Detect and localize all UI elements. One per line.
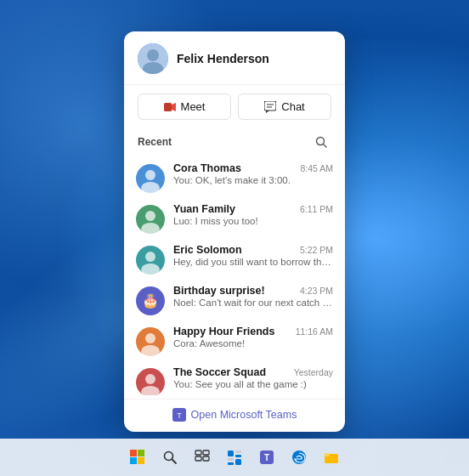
svg-rect-39 xyxy=(195,450,201,455)
convo-name: Happy Hour Friends xyxy=(173,326,274,337)
conversation-list: Cora Thomas 8:45 AM You: OK, let's make … xyxy=(124,157,345,395)
svg-point-12 xyxy=(145,170,155,180)
file-explorer-icon xyxy=(324,450,339,465)
open-teams-button[interactable]: T Open Microsoft Teams xyxy=(124,399,345,425)
recent-label: Recent xyxy=(138,136,172,148)
convo-content: Cora Thomas 8:45 AM You: OK, let's make … xyxy=(173,162,333,185)
convo-message: You: See you all at the game :) xyxy=(173,379,333,389)
edge-icon xyxy=(291,450,307,465)
action-buttons: Meet Chat xyxy=(124,85,345,128)
taskbar: T xyxy=(0,439,469,476)
convo-time: 4:23 PM xyxy=(300,286,333,296)
svg-rect-35 xyxy=(130,457,137,464)
convo-time: 8:45 AM xyxy=(300,163,333,173)
convo-top: Yuan Family 6:11 PM xyxy=(173,203,333,215)
convo-top: Cora Thomas 8:45 AM xyxy=(173,162,333,174)
search-recent-button[interactable] xyxy=(311,132,331,152)
svg-line-38 xyxy=(172,460,177,464)
svg-rect-33 xyxy=(130,450,137,456)
windows-icon xyxy=(130,450,145,465)
svg-rect-48 xyxy=(228,462,234,465)
svg-rect-44 xyxy=(235,450,241,453)
svg-rect-5 xyxy=(264,101,276,110)
svg-marker-4 xyxy=(172,103,176,111)
svg-point-26 xyxy=(145,374,155,384)
conversation-item[interactable]: Cora Thomas 8:45 AM You: OK, let's make … xyxy=(124,157,345,198)
convo-content: Eric Solomon 5:22 PM Hey, did you still … xyxy=(173,244,333,267)
convo-top: Happy Hour Friends 11:16 AM xyxy=(173,326,333,337)
convo-name: The Soccer Squad xyxy=(173,366,266,378)
panel-header: Felix Henderson xyxy=(124,31,345,85)
convo-name: Birthday surprise! xyxy=(173,285,265,297)
svg-rect-45 xyxy=(235,455,241,457)
convo-time: 6:11 PM xyxy=(300,204,333,214)
convo-name: Eric Solomon xyxy=(173,244,242,256)
convo-time: 5:22 PM xyxy=(300,245,333,255)
svg-rect-40 xyxy=(203,450,209,455)
convo-time: 11:16 AM xyxy=(296,326,333,337)
meet-button[interactable]: Meet xyxy=(138,94,231,120)
search-icon xyxy=(315,136,327,148)
teams-taskbar-icon: T xyxy=(259,450,274,465)
svg-point-23 xyxy=(145,333,155,343)
convo-top: Birthday surprise! 4:23 PM xyxy=(173,285,333,297)
svg-rect-47 xyxy=(235,459,241,465)
convo-content: Happy Hour Friends 11:16 AM Cora: Awesom… xyxy=(173,326,333,348)
convo-message: Luo: I miss you too! xyxy=(173,216,333,226)
convo-top: Eric Solomon 5:22 PM xyxy=(173,244,333,256)
svg-text:🎂: 🎂 xyxy=(142,292,159,309)
svg-rect-41 xyxy=(195,456,201,461)
convo-avatar xyxy=(136,327,165,356)
recent-section-header: Recent xyxy=(124,128,345,157)
svg-rect-3 xyxy=(164,103,172,111)
open-teams-label: Open Microsoft Teams xyxy=(191,409,297,421)
convo-message: You: OK, let's make it 3:00. xyxy=(173,175,333,185)
widgets-icon xyxy=(227,450,242,465)
svg-rect-43 xyxy=(228,450,234,456)
convo-avatar xyxy=(136,246,165,275)
svg-text:T: T xyxy=(177,411,182,420)
svg-rect-34 xyxy=(138,450,144,456)
conversation-item[interactable]: Eric Solomon 5:22 PM Hey, did you still … xyxy=(124,239,345,280)
svg-point-15 xyxy=(145,211,155,221)
video-icon xyxy=(164,101,176,113)
convo-avatar xyxy=(136,368,165,395)
chat-panel: Felix Henderson Meet Chat Recent xyxy=(124,31,345,432)
taskbar-search[interactable] xyxy=(156,444,184,471)
convo-avatar xyxy=(136,205,165,234)
svg-point-1 xyxy=(147,49,159,61)
conversation-item[interactable]: 🎂 Birthday surprise! 4:23 PM Noel: Can't… xyxy=(124,280,345,320)
convo-avatar xyxy=(136,164,165,193)
svg-text:T: T xyxy=(264,453,269,462)
convo-name: Yuan Family xyxy=(173,203,235,215)
taskbar-windows-start[interactable] xyxy=(124,444,151,471)
taskbar-teams-chat[interactable]: T xyxy=(253,444,280,471)
svg-line-10 xyxy=(324,144,327,148)
svg-point-18 xyxy=(145,252,155,262)
convo-message: Cora: Awesome! xyxy=(173,338,333,348)
teams-icon: T xyxy=(172,408,186,422)
convo-content: Birthday surprise! 4:23 PM Noel: Can't w… xyxy=(173,285,333,308)
chat-button[interactable]: Chat xyxy=(238,94,331,120)
conversation-item[interactable]: Yuan Family 6:11 PM Luo: I miss you too! xyxy=(124,198,345,239)
convo-time: Yesterday xyxy=(294,367,333,377)
conversation-item[interactable]: Happy Hour Friends 11:16 AM Cora: Awesom… xyxy=(124,320,345,361)
user-avatar xyxy=(138,43,168,74)
taskbar-file-explorer[interactable] xyxy=(318,444,345,471)
convo-top: The Soccer Squad Yesterday xyxy=(173,366,333,378)
taskbar-edge[interactable] xyxy=(285,444,313,471)
svg-rect-46 xyxy=(228,458,234,461)
search-taskbar-icon xyxy=(162,450,178,465)
convo-name: Cora Thomas xyxy=(173,162,241,174)
taskbar-task-view[interactable] xyxy=(189,444,216,471)
svg-rect-53 xyxy=(325,453,330,456)
convo-content: Yuan Family 6:11 PM Luo: I miss you too! xyxy=(173,203,333,226)
svg-rect-42 xyxy=(203,456,209,461)
convo-message: Noel: Can't wait for our next catch up! xyxy=(173,298,333,308)
conversation-item[interactable]: The Soccer Squad Yesterday You: See you … xyxy=(124,361,345,395)
taskbar-widgets[interactable] xyxy=(221,444,248,471)
user-name: Felix Henderson xyxy=(177,52,269,65)
convo-content: The Soccer Squad Yesterday You: See you … xyxy=(173,366,333,389)
svg-rect-36 xyxy=(138,457,144,464)
chat-icon xyxy=(264,101,276,113)
